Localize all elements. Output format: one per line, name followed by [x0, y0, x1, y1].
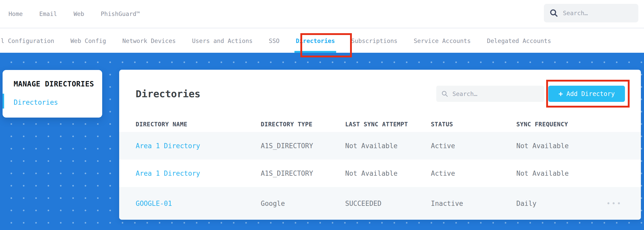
directory-type-cell: A1S_DIRECTORY: [261, 142, 345, 150]
row-actions: •••: [606, 200, 641, 207]
tab-service-accounts[interactable]: Service Accounts: [414, 29, 471, 53]
sidebar-active-item-bar: [3, 94, 4, 109]
directory-search[interactable]: [436, 86, 544, 102]
sync-frequency-cell: Daily: [516, 200, 606, 207]
global-search[interactable]: [544, 4, 638, 22]
top-nav: Home Email Web PhishGuard™: [0, 0, 644, 28]
search-icon: [550, 9, 558, 17]
ellipsis-icon[interactable]: •••: [606, 200, 622, 207]
status-cell: Inactive: [431, 200, 516, 207]
tab-network-devices[interactable]: Network Devices: [122, 29, 176, 53]
last-sync-cell: SUCCEEDED: [345, 200, 431, 207]
nav-item-email[interactable]: Email: [39, 11, 57, 17]
directory-search-input[interactable]: [452, 91, 539, 97]
tab-web-config[interactable]: Web Config: [71, 29, 106, 53]
top-nav-items: Home Email Web PhishGuard™: [0, 11, 140, 17]
directory-name-link[interactable]: Area 1 Directory: [136, 142, 261, 150]
active-tab-underline: [294, 51, 336, 53]
column-header-directory-type: DIRECTORY TYPE: [261, 121, 345, 128]
app-root: Home Email Web PhishGuard™ l Configurati…: [0, 0, 644, 230]
status-cell: Active: [431, 170, 516, 177]
main-card: Directories + Add Directory DIRECTORY NA…: [119, 70, 641, 220]
tab-directories-label: Directories: [296, 38, 335, 44]
global-search-input[interactable]: [563, 10, 633, 16]
column-header-status: STATUS: [431, 121, 516, 128]
tab-delegated-accounts[interactable]: Delegated Accounts: [487, 29, 551, 53]
directory-name-link[interactable]: Area 1 Directory: [136, 170, 261, 177]
nav-item-web[interactable]: Web: [74, 11, 84, 17]
column-header-directory-name: DIRECTORY NAME: [136, 121, 261, 128]
column-header-last-sync-attempt: LAST SYNC ATTEMPT: [345, 121, 431, 128]
sidebar-item-directories[interactable]: Directories: [14, 99, 94, 106]
sidebar-title: MANAGE DIRECTORIES: [14, 80, 94, 88]
column-header-sync-frequency: SYNC FREQUENCY: [516, 121, 606, 128]
table-row: GOOGLE-01 Google SUCCEEDED Inactive Dail…: [119, 187, 641, 220]
tab-directories[interactable]: Directories: [296, 29, 335, 53]
tab-users-and-actions[interactable]: Users and Actions: [192, 29, 253, 53]
page-title: Directories: [136, 88, 201, 100]
sync-frequency-cell: Not Available: [516, 170, 606, 177]
tab-sso[interactable]: SSO: [269, 29, 280, 53]
table-row: Area 1 Directory A1S_DIRECTORY Not Avail…: [119, 160, 641, 187]
status-cell: Active: [431, 142, 516, 150]
add-directory-button[interactable]: + Add Directory: [548, 86, 625, 102]
tab-bar: l Configuration Web Config Network Devic…: [0, 29, 644, 53]
plus-icon: +: [559, 90, 563, 98]
table-row: Area 1 Directory A1S_DIRECTORY Not Avail…: [119, 132, 641, 160]
directory-name-link[interactable]: GOOGLE-01: [136, 200, 261, 207]
add-directory-button-label: Add Directory: [567, 90, 615, 98]
nav-item-home[interactable]: Home: [8, 11, 23, 17]
tab-subscriptions[interactable]: Subscriptions: [351, 29, 397, 53]
table-header-row: DIRECTORY NAME DIRECTORY TYPE LAST SYNC …: [119, 116, 641, 132]
nav-item-phishguard[interactable]: PhishGuard™: [101, 11, 140, 17]
main-card-header: Directories + Add Directory: [119, 70, 641, 116]
last-sync-cell: Not Available: [345, 142, 431, 150]
sync-frequency-cell: Not Available: [516, 142, 606, 150]
directory-type-cell: A1S_DIRECTORY: [261, 170, 345, 177]
sidebar-card: MANAGE DIRECTORIES Directories: [3, 70, 102, 118]
directories-table: DIRECTORY NAME DIRECTORY TYPE LAST SYNC …: [119, 116, 641, 220]
directory-type-cell: Google: [261, 200, 345, 207]
search-icon: [441, 90, 448, 98]
last-sync-cell: Not Available: [345, 170, 431, 177]
tab-email-configuration[interactable]: l Configuration: [1, 29, 54, 53]
